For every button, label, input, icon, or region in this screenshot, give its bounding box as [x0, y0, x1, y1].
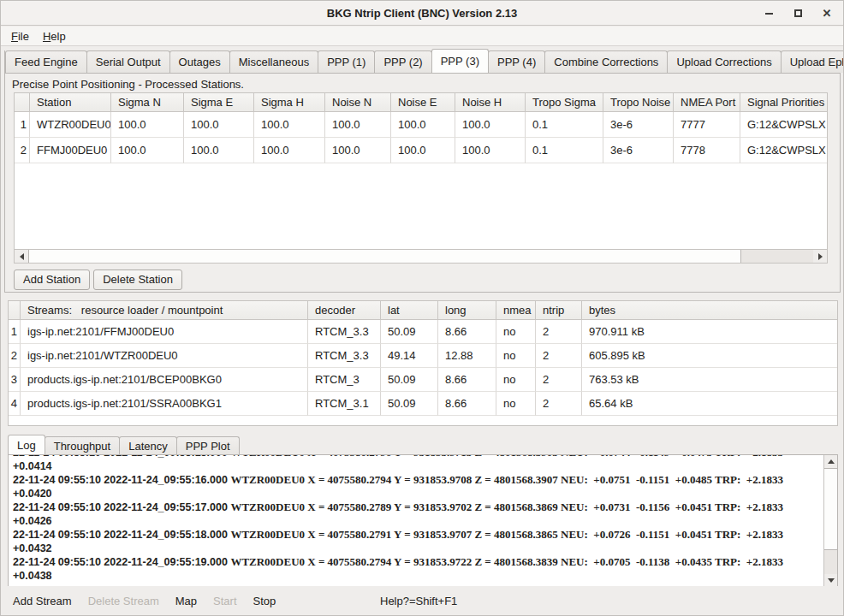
cell-decoder[interactable]: RTCM_3.3	[308, 344, 381, 368]
cell-sigma-n[interactable]: 100.0	[111, 138, 184, 163]
scroll-left-button[interactable]	[15, 250, 28, 263]
delete-station-button[interactable]: Delete Station	[93, 270, 182, 290]
tab-outages[interactable]: Outages	[169, 50, 230, 73]
map-button[interactable]: Map	[175, 595, 197, 607]
cell-streams-resource-loader-mountpoint[interactable]: products.igs-ip.net:2101/BCEP00BKG0	[21, 368, 308, 392]
tab-log[interactable]: Log	[8, 435, 45, 454]
cell-long[interactable]: 12.88	[438, 344, 496, 368]
cell-signal-priorities[interactable]: G:12&CWPSLX R:12	[740, 138, 828, 163]
table-row[interactable]: 2igs-ip.net:2101/WTZR00DEU0RTCM_3.349.14…	[9, 344, 837, 368]
bottom-action-bar: Add StreamDelete StreamMapStartStopHelp?…	[1, 586, 843, 615]
cell-sigma-h[interactable]: 100.0	[254, 112, 325, 138]
table-row[interactable]: 3products.igs-ip.net:2101/BCEP00BKG0RTCM…	[9, 368, 837, 392]
cell-tropo-noise[interactable]: 3e-6	[603, 112, 674, 138]
tab-upload-corrections[interactable]: Upload Corrections	[667, 50, 781, 73]
cell-noise-n[interactable]: 100.0	[325, 138, 391, 163]
cell-bytes[interactable]: 65.64 kB	[582, 392, 838, 416]
scrollbar-track[interactable]	[741, 250, 813, 263]
tab-latency[interactable]: Latency	[119, 436, 177, 454]
cell-sigma-h[interactable]: 100.0	[254, 138, 325, 163]
row-number-cell[interactable]: 1	[15, 112, 30, 138]
cell-lat[interactable]: 50.09	[381, 320, 438, 344]
cell-noise-e[interactable]: 100.0	[391, 112, 455, 138]
cell-ntrip[interactable]: 2	[536, 344, 582, 368]
scroll-right-button[interactable]	[813, 250, 827, 263]
log-vertical-scrollbar[interactable]	[823, 455, 837, 587]
log-line: 22-11-24 09:55:10 2022-11-24_09:55:16.00…	[13, 473, 823, 488]
cell-decoder[interactable]: RTCM_3.1	[308, 392, 381, 416]
tab-upload-ephemeris[interactable]: Upload Ephemeris	[781, 50, 844, 73]
scroll-up-button[interactable]	[824, 455, 837, 468]
cell-nmea[interactable]: no	[496, 368, 536, 392]
scrollbar-track[interactable]	[824, 550, 837, 574]
cell-streams-resource-loader-mountpoint[interactable]: products.igs-ip.net:2101/SSRA00BKG1	[21, 392, 308, 416]
stop-button[interactable]: Stop	[253, 595, 276, 607]
cell-decoder[interactable]: RTCM_3	[308, 368, 381, 392]
cell-streams-resource-loader-mountpoint[interactable]: igs-ip.net:2101/FFMJ00DEU0	[21, 320, 308, 344]
cell-bytes[interactable]: 970.911 kB	[582, 320, 838, 344]
tab-miscellaneous[interactable]: Miscellaneous	[229, 50, 318, 73]
table-row[interactable]: 1igs-ip.net:2101/FFMJ00DEU0RTCM_3.350.09…	[9, 320, 837, 344]
tab-ppp-plot[interactable]: PPP Plot	[176, 436, 240, 454]
tab-combine-corrections[interactable]: Combine Corrections	[544, 50, 668, 73]
cell-lat[interactable]: 49.14	[381, 344, 438, 368]
menu-help[interactable]: Help	[36, 28, 73, 44]
cell-noise-h[interactable]: 100.0	[455, 112, 526, 138]
cell-bytes[interactable]: 763.53 kB	[582, 368, 838, 392]
cell-decoder[interactable]: RTCM_3.3	[308, 320, 381, 344]
cell-sigma-e[interactable]: 100.0	[184, 138, 254, 163]
cell-nmea-port[interactable]: 7778	[674, 138, 740, 163]
row-number-cell[interactable]: 2	[15, 138, 30, 163]
cell-nmea[interactable]: no	[496, 320, 536, 344]
cell-sigma-e[interactable]: 100.0	[184, 112, 254, 138]
cell-tropo-sigma[interactable]: 0.1	[526, 112, 603, 138]
cell-ntrip[interactable]: 2	[536, 320, 582, 344]
add-station-button[interactable]: Add Station	[14, 270, 90, 290]
table-row[interactable]: 2FFMJ00DEU0100.0100.0100.0100.0100.0100.…	[15, 138, 827, 163]
cell-ntrip[interactable]: 2	[536, 392, 582, 416]
cell-long[interactable]: 8.66	[438, 368, 496, 392]
tab-serial-output[interactable]: Serial Output	[86, 50, 170, 73]
tab-feed-engine[interactable]: Feed Engine	[5, 50, 87, 73]
row-number-cell[interactable]: 3	[9, 368, 21, 392]
cell-lat[interactable]: 50.09	[381, 392, 438, 416]
row-number-cell[interactable]: 2	[9, 344, 21, 368]
cell-noise-h[interactable]: 100.0	[455, 138, 526, 163]
close-button[interactable]: ✕	[821, 8, 833, 20]
minimize-button[interactable]	[763, 8, 775, 20]
cell-station[interactable]: FFMJ00DEU0	[30, 138, 111, 163]
cell-long[interactable]: 8.66	[438, 392, 496, 416]
cell-lat[interactable]: 50.09	[381, 368, 438, 392]
cell-sigma-n[interactable]: 100.0	[111, 112, 184, 138]
cell-long[interactable]: 8.66	[438, 320, 496, 344]
tab-ppp-2[interactable]: PPP (2)	[374, 50, 431, 73]
cell-tropo-noise[interactable]: 3e-6	[603, 138, 674, 163]
row-number-cell[interactable]: 1	[9, 320, 21, 344]
scrollbar-thumb[interactable]	[28, 250, 741, 263]
row-number-cell[interactable]: 4	[9, 392, 21, 416]
table-row[interactable]: 4products.igs-ip.net:2101/SSRA00BKG1RTCM…	[9, 392, 837, 416]
stations-horizontal-scrollbar[interactable]	[15, 249, 827, 263]
maximize-button[interactable]	[792, 8, 804, 20]
cell-nmea[interactable]: no	[496, 392, 536, 416]
cell-signal-priorities[interactable]: G:12&CWPSLX R:12	[740, 112, 828, 138]
cell-noise-e[interactable]: 100.0	[391, 138, 455, 163]
table-row[interactable]: 1WTZR00DEU0100.0100.0100.0100.0100.0100.…	[15, 112, 827, 138]
tab-ppp-3[interactable]: PPP (3)	[431, 49, 489, 73]
scroll-down-button[interactable]	[824, 574, 837, 587]
arrow-right-icon	[818, 253, 823, 260]
cell-nmea[interactable]: no	[496, 344, 536, 368]
add-stream-button[interactable]: Add Stream	[13, 595, 72, 607]
cell-ntrip[interactable]: 2	[536, 368, 582, 392]
tab-throughput[interactable]: Throughput	[45, 436, 121, 454]
cell-tropo-sigma[interactable]: 0.1	[526, 138, 603, 163]
cell-nmea-port[interactable]: 7777	[674, 112, 740, 138]
cell-noise-n[interactable]: 100.0	[325, 112, 391, 138]
cell-station[interactable]: WTZR00DEU0	[30, 112, 111, 138]
tab-ppp-4[interactable]: PPP (4)	[488, 50, 545, 73]
cell-streams-resource-loader-mountpoint[interactable]: igs-ip.net:2101/WTZR00DEU0	[21, 344, 308, 368]
menu-file[interactable]: File	[4, 28, 36, 44]
scrollbar-thumb[interactable]	[824, 468, 837, 550]
cell-bytes[interactable]: 605.895 kB	[582, 344, 838, 368]
tab-ppp-1[interactable]: PPP (1)	[318, 50, 375, 73]
